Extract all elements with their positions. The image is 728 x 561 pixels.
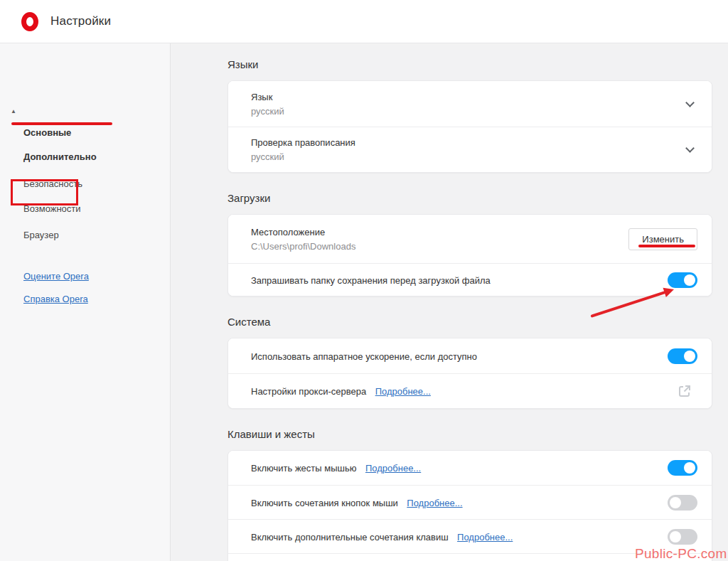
mouse-gestures-label: Включить жесты мышью: [251, 463, 357, 474]
downloads-card: Местоположение C:\Users\profi\Downloads …: [228, 214, 712, 296]
language-row[interactable]: Язык русский: [228, 81, 712, 127]
proxy-settings-label: Настройки прокси-сервера: [251, 386, 366, 397]
watermark: Public-PC.com: [635, 546, 727, 561]
languages-card: Язык русский Проверка правописания русск…: [228, 80, 712, 173]
location-label: Местоположение: [251, 226, 628, 238]
spellcheck-label: Проверка правописания: [251, 137, 687, 149]
extra-key-shortcuts-toggle[interactable]: [668, 529, 697, 545]
mouse-gestures-row: Включить жесты мышью Подробнее...: [228, 451, 712, 485]
mouse-button-shortcuts-details-link[interactable]: Подробнее...: [407, 498, 462, 508]
ask-download-folder-row: Запрашивать папку сохранения перед загру…: [228, 263, 712, 296]
toggle-knob: [670, 531, 681, 543]
proxy-details-link[interactable]: Подробнее...: [375, 386, 431, 397]
extra-key-shortcuts-details-link[interactable]: Подробнее...: [457, 532, 513, 543]
chevron-down-icon[interactable]: [685, 144, 695, 153]
chevron-down-icon[interactable]: [685, 98, 695, 107]
toggle-knob: [684, 351, 695, 362]
sidebar: Основные ▲ Дополнительно Безопасность Во…: [0, 43, 171, 561]
download-location-row: Местоположение C:\Users\profi\Downloads …: [228, 215, 712, 263]
system-card: Использовать аппаратное ускорение, если …: [228, 338, 712, 409]
settings-content: Языки Язык русский Проверка правописания…: [171, 43, 728, 561]
change-location-button[interactable]: Изменить: [628, 228, 697, 250]
hardware-acceleration-row: Использовать аппаратное ускорение, если …: [228, 338, 712, 373]
mouse-button-shortcuts-toggle[interactable]: [668, 495, 697, 511]
spellcheck-value: русский: [251, 151, 687, 163]
hardware-acceleration-toggle[interactable]: [668, 348, 697, 364]
location-path: C:\Users\profi\Downloads: [251, 240, 628, 252]
ask-download-folder-toggle[interactable]: [668, 272, 697, 288]
hardware-acceleration-label: Использовать аппаратное ускорение, если …: [251, 351, 477, 362]
collapse-arrow-up-icon: ▲: [11, 109, 16, 114]
opera-logo-icon: [21, 12, 38, 31]
ask-download-folder-label: Запрашивать папку сохранения перед загру…: [251, 275, 491, 286]
section-title-keys-gestures: Клавиши и жесты: [228, 429, 714, 439]
mouse-button-shortcuts-row: Включить сочетания кнопок мыши Подробнее…: [228, 485, 712, 519]
sidebar-item-browser[interactable]: Браузер: [23, 230, 59, 241]
opera-settings-window: Настройки Основные ▲ Дополнительно Безоп…: [0, 0, 728, 561]
header: Настройки: [0, 0, 728, 43]
spellcheck-row[interactable]: Проверка правописания русский: [228, 127, 712, 172]
sidebar-item-security[interactable]: Безопасность: [23, 178, 82, 190]
extra-key-shortcuts-label: Включить дополнительные сочетания клавиш: [251, 532, 449, 543]
page-title: Настройки: [50, 14, 111, 28]
language-label: Язык: [251, 91, 687, 103]
proxy-settings-row[interactable]: Настройки прокси-сервера Подробнее...: [228, 373, 712, 408]
sidebar-item-general[interactable]: Основные: [23, 127, 71, 139]
sidebar-item-advanced[interactable]: Дополнительно: [23, 151, 97, 163]
mouse-gestures-toggle[interactable]: [668, 460, 697, 476]
section-title-downloads: Загрузки: [228, 193, 714, 203]
sidebar-item-features[interactable]: Возможности: [23, 203, 81, 215]
opera-help-link[interactable]: Справка Opera: [23, 294, 88, 305]
mouse-gestures-details-link[interactable]: Подробнее...: [365, 463, 421, 474]
section-title-languages: Языки: [228, 59, 714, 70]
toggle-knob: [684, 462, 695, 474]
keys-gestures-card: Включить жесты мышью Подробнее... Включи…: [228, 450, 712, 561]
toggle-knob: [684, 274, 695, 286]
mouse-button-shortcuts-label: Включить сочетания кнопок мыши: [251, 498, 398, 508]
external-link-icon: [678, 384, 692, 398]
language-value: русский: [251, 105, 687, 117]
section-title-system: Система: [228, 316, 714, 327]
rate-opera-link[interactable]: Оцените Opera: [23, 271, 89, 282]
toggle-knob: [670, 497, 681, 508]
